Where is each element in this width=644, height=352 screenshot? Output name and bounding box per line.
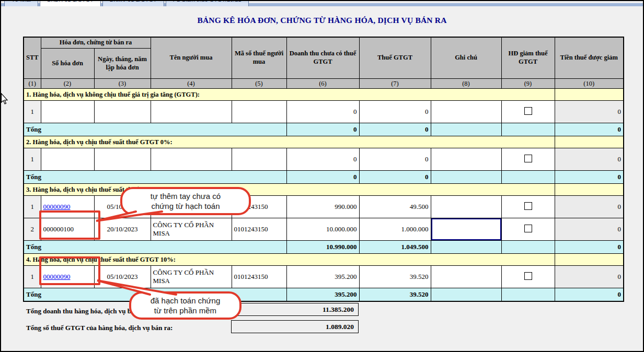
page-title: BẢNG KÊ HÓA ĐƠN, CHỨNG TỪ HÀNG HÓA, DỊCH…: [1, 16, 643, 25]
section-1-title-spacer: [555, 89, 624, 101]
total-revenue: 395.200: [286, 288, 359, 302]
tax-code-cell[interactable]: [232, 101, 286, 123]
tab-bar: Tờ khai BKBH 01-1/GTGT BKMV 01-2/GTGT PL…: [1, 1, 643, 6]
callout-posted-entry: đã hạch toán chứng từ trên phần mềm: [129, 291, 242, 320]
vat-reduction-checkbox-cell: [501, 218, 555, 241]
col-header-revenue: Doanh thu chưa có thuế GTGT: [286, 37, 359, 79]
tab-bkmv-01-2-gtgt[interactable]: BKMV 01-2/GTGT: [102, 1, 164, 6]
vat-reduction-checkbox-cell: [501, 196, 555, 218]
vat-cell[interactable]: 39.520: [359, 266, 431, 288]
note-cell-selected[interactable]: [431, 218, 501, 241]
col-number-1: (1): [24, 79, 41, 89]
tax-code-cell[interactable]: 0101243150: [232, 266, 286, 288]
tab-list: Tờ khai BKBH 01-1/GTGT BKMV 01-2/GTGT PL…: [4, 1, 249, 6]
section-2-header: 2. Hàng hóa, dịch vụ chịu thuế suất thuế…: [24, 136, 624, 148]
invoice-no-cell[interactable]: [41, 148, 94, 171]
vat-cell[interactable]: 1.000.000: [359, 218, 431, 241]
total-revenue: 10.990.000: [286, 241, 359, 254]
invoice-no-cell[interactable]: [41, 101, 94, 123]
revenue-cell[interactable]: 10.000.000: [286, 218, 359, 241]
reduced-amount-cell: 0: [555, 266, 624, 288]
stt-cell: 1: [24, 148, 41, 171]
section-2-row-1: 1 0 0 0: [24, 148, 624, 171]
mouse-cursor-icon: [1, 93, 9, 105]
vat-cell[interactable]: 49.500: [359, 196, 431, 218]
invoice-no-cell: 00000090: [41, 196, 94, 218]
vat-reduction-checkbox[interactable]: [524, 225, 532, 232]
col-number-5: (5): [232, 79, 286, 89]
buyer-cell[interactable]: CÔNG TY CỔ PHẦN MISA: [151, 266, 232, 288]
col-number-2: (2): [41, 79, 94, 89]
tax-code-cell[interactable]: [232, 148, 286, 171]
section-4-total-row: Tổng 395.200 39.520 0: [24, 288, 624, 302]
col-number-6: (6): [286, 79, 359, 89]
total-note-spacer: [431, 171, 501, 184]
total-revenue: 0: [286, 171, 359, 184]
vat-cell[interactable]: 0: [359, 148, 431, 171]
invoice-link[interactable]: 00000090: [43, 203, 71, 210]
total-note-spacer: [431, 241, 501, 254]
col-header-invoice-group: Hóa đơn, chứng từ bán ra: [41, 37, 151, 49]
total-vat-label: Tổng số thuế GTGT của hàng hóa, dịch vụ …: [26, 324, 172, 332]
note-cell[interactable]: [431, 101, 501, 123]
invoice-table: STT Hóa đơn, chứng từ bán ra Tên người m…: [23, 37, 624, 302]
total-reduced: 0: [555, 288, 624, 302]
callout-manual-entry: tự thêm tay chưa có chứng từ hạch toán: [120, 187, 251, 215]
vat-cell[interactable]: 0: [359, 101, 431, 123]
vat-reduction-checkbox[interactable]: [524, 155, 532, 162]
invoice-date-cell[interactable]: [94, 148, 151, 171]
section-4-title: 4. Hàng hóa, dịch vụ chịu thuế suất thuế…: [24, 254, 555, 266]
invoice-no-cell[interactable]: 000000100: [41, 218, 94, 241]
stt-cell: 1: [24, 101, 41, 123]
total-reduced: 0: [555, 241, 624, 254]
column-number-row: (1) (2) (3) (4) (5) (6) (7) (8) (9) (10): [24, 79, 624, 89]
reduced-amount-cell: 0: [555, 196, 624, 218]
section-2-title-spacer: [555, 136, 624, 148]
section-3-row-1: 1 00000090 05/10/2023 CÔNG TY CỔ PHẦN MI…: [24, 196, 624, 218]
col-header-stt: STT: [24, 37, 41, 79]
revenue-cell[interactable]: 395.200: [286, 266, 359, 288]
total-vat: 1.049.500: [359, 241, 431, 254]
reduced-amount-cell: 0: [555, 148, 624, 171]
vat-reduction-checkbox[interactable]: [524, 202, 532, 210]
tab-bkbh-01-1-gtgt[interactable]: BKBH 01-1/GTGT: [40, 1, 101, 6]
note-cell[interactable]: [431, 266, 501, 288]
revenue-cell[interactable]: 0: [286, 101, 359, 123]
buyer-cell[interactable]: [151, 148, 232, 171]
section-4-header: 4. Hàng hóa, dịch vụ chịu thuế suất thuế…: [24, 254, 624, 266]
section-1-title: 1. Hàng hóa, dịch vụ không chịu thuế giá…: [24, 89, 555, 101]
reduced-amount-cell: 0: [555, 218, 624, 241]
tab-to-khai[interactable]: Tờ khai: [4, 1, 38, 6]
section-1-total-row: Tổng 0 0 0: [24, 123, 624, 136]
section-2-title: 2. Hàng hóa, dịch vụ chịu thuế suất thuế…: [24, 136, 555, 148]
vat-reduction-checkbox-cell: [501, 266, 555, 288]
col-number-10: (10): [555, 79, 624, 89]
note-cell[interactable]: [431, 196, 501, 218]
vat-reduction-checkbox-cell: [501, 101, 555, 123]
vat-reduction-checkbox[interactable]: [524, 107, 532, 115]
invoice-date-cell[interactable]: 05/10/2023: [94, 266, 151, 288]
total-reduced: 0: [555, 171, 624, 184]
tax-code-cell[interactable]: 0101243150: [232, 218, 286, 241]
note-cell[interactable]: [431, 148, 501, 171]
invoice-link[interactable]: 00000090: [43, 273, 71, 280]
total-checkbox-spacer: [501, 123, 555, 136]
total-label: Tổng: [24, 241, 286, 254]
total-checkbox-spacer: [501, 288, 555, 302]
col-number-4: (4): [151, 79, 232, 89]
buyer-cell[interactable]: CÔNG TY CỔ PHẦN MISA: [151, 218, 232, 241]
revenue-cell[interactable]: 990.000: [286, 196, 359, 218]
revenue-cell[interactable]: 0: [286, 148, 359, 171]
section-1-header: 1. Hàng hóa, dịch vụ không chịu thuế giá…: [24, 89, 624, 101]
buyer-cell[interactable]: [151, 101, 232, 123]
col-header-tax-code: Mã số thuế người mua: [232, 37, 286, 79]
total-checkbox-spacer: [501, 241, 555, 254]
stt-cell: 1: [24, 196, 41, 218]
invoice-date-cell[interactable]: [94, 101, 151, 123]
section-3-total-row: Tổng 10.990.000 1.049.500 0: [24, 241, 624, 254]
tab-pl-giam-thue[interactable]: PL Giảm thuế GTGT/29/21: [166, 1, 249, 6]
total-vat: 0: [359, 123, 431, 136]
col-header-note: Ghi chú: [431, 37, 501, 79]
invoice-date-cell[interactable]: 20/10/2023: [94, 218, 151, 241]
vat-reduction-checkbox[interactable]: [524, 272, 532, 280]
